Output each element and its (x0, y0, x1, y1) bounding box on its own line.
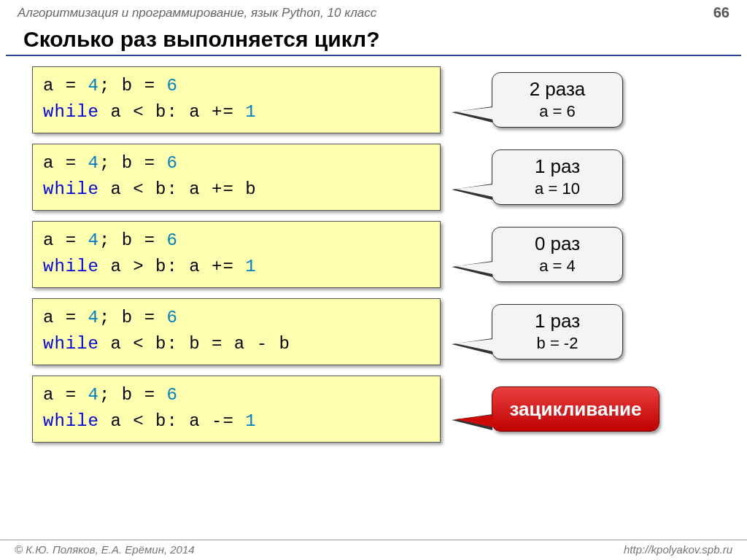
code-text: ; b = (99, 76, 166, 96)
number-literal: 1 (245, 411, 256, 431)
example-row: a = 4; b = 6 while a < b: a += 1 2 раза … (32, 66, 715, 133)
answer-callout-warning: зацикливание (492, 386, 659, 432)
slide-title: Сколько раз выполняется цикл? (6, 23, 741, 56)
code-text: b = a - b (189, 334, 290, 354)
number-literal: 4 (88, 153, 99, 173)
code-text: a -= (189, 411, 245, 431)
code-text: : (166, 257, 189, 276)
answer-result: b = -2 (508, 333, 606, 354)
keyword-while: while (43, 257, 110, 276)
slide-footer: © К.Ю. Поляков, Е.А. Ерёмин, 2014 http:/… (0, 540, 747, 560)
code-text: ; b = (99, 308, 166, 327)
code-text: a = (43, 308, 88, 327)
answer-callout: 1 раз a = 10 (492, 149, 623, 205)
number-literal: 4 (88, 308, 99, 327)
answer-result: a = 6 (508, 101, 606, 122)
example-row: a = 4; b = 6 while a > b: a += 1 0 раз a… (32, 221, 715, 288)
number-literal: 6 (166, 76, 177, 96)
answer-count: 2 раза (508, 77, 606, 101)
code-text: a += b (189, 179, 256, 199)
example-row: a = 4; b = 6 while a < b: a -= 1 зацикли… (32, 376, 715, 443)
example-row: a = 4; b = 6 while a < b: a += b 1 раз a… (32, 144, 715, 211)
code-text: : (166, 411, 189, 431)
keyword-while: while (43, 102, 110, 122)
answer-count: 0 раз (508, 232, 606, 256)
copyright-text: © К.Ю. Поляков, Е.А. Ерёмин, 2014 (15, 543, 195, 556)
code-text: ; b = (99, 230, 166, 250)
number-literal: 1 (245, 102, 256, 122)
code-text: ; b = (99, 153, 166, 173)
number-literal: 6 (166, 153, 177, 173)
keyword-while: while (43, 179, 110, 199)
answer-result: a = 4 (508, 256, 606, 276)
number-literal: 4 (88, 230, 99, 250)
number-literal: 4 (88, 385, 99, 405)
code-text: a = (43, 385, 88, 405)
code-text: : (166, 102, 189, 122)
example-row: a = 4; b = 6 while a < b: b = a - b 1 ра… (32, 298, 715, 365)
code-text: a < b (110, 411, 166, 431)
code-box: a = 4; b = 6 while a < b: a += 1 (32, 66, 441, 133)
code-box: a = 4; b = 6 while a < b: b = a - b (32, 298, 441, 365)
code-box: a = 4; b = 6 while a < b: a -= 1 (32, 376, 441, 443)
code-text: a = (43, 230, 88, 250)
number-literal: 4 (88, 76, 99, 96)
number-literal: 6 (166, 385, 177, 405)
code-text: a < b (110, 102, 166, 122)
answer-callout: 1 раз b = -2 (492, 304, 623, 359)
code-text: a += (189, 257, 245, 276)
code-text: a = (43, 76, 88, 96)
answer-callout: 2 раза a = 6 (492, 72, 623, 128)
code-text: a > b (110, 257, 166, 276)
code-text: a < b (110, 334, 166, 354)
slide-header: Алгоритмизация и программирование, язык … (0, 0, 747, 23)
code-text: a += (189, 102, 245, 122)
answer-count: 1 раз (508, 309, 606, 333)
answer-callout: 0 раз a = 4 (492, 227, 623, 282)
code-text: : (166, 334, 189, 354)
keyword-while: while (43, 334, 110, 354)
answer-count: 1 раз (508, 155, 606, 179)
examples-list: a = 4; b = 6 while a < b: a += 1 2 раза … (0, 66, 747, 443)
code-text: a < b (110, 179, 166, 199)
code-text: ; b = (99, 385, 166, 405)
number-literal: 1 (245, 257, 256, 276)
code-text: : (166, 179, 189, 199)
subject-text: Алгоритмизация и программирование, язык … (18, 6, 376, 20)
page-number: 66 (713, 4, 729, 21)
keyword-while: while (43, 411, 110, 431)
number-literal: 6 (166, 308, 177, 327)
code-box: a = 4; b = 6 while a > b: a += 1 (32, 221, 441, 288)
answer-result: a = 10 (508, 179, 606, 199)
code-box: a = 4; b = 6 while a < b: a += b (32, 144, 441, 211)
number-literal: 6 (166, 230, 177, 250)
code-text: a = (43, 153, 88, 173)
answer-warning-text: зацикливание (508, 397, 643, 421)
source-url-text: http://kpolyakov.spb.ru (624, 543, 732, 556)
